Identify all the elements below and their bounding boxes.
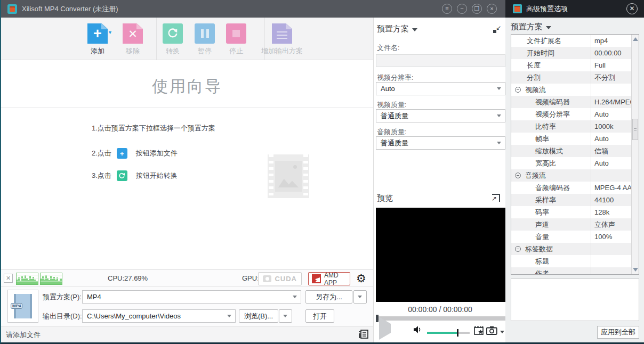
table-row[interactable]: 视频流 bbox=[511, 84, 631, 96]
advanced-preset-header[interactable]: 预置方案 bbox=[511, 22, 551, 32]
snapshot-camera-icon[interactable] bbox=[486, 326, 497, 337]
table-row[interactable]: 帧率 Auto bbox=[511, 133, 631, 145]
advanced-titlebar[interactable]: 高级预置选项 ✕ bbox=[505, 0, 644, 18]
setting-value[interactable]: 44100 bbox=[591, 194, 631, 206]
snapshot-dropdown-caret-icon[interactable] bbox=[500, 331, 504, 333]
table-scrollbar[interactable] bbox=[631, 35, 639, 274]
advanced-settings-table[interactable]: 文件扩展名 mp4 开始时间 00:00:00 长度 Full bbox=[511, 34, 639, 275]
chevron-down-icon[interactable] bbox=[293, 296, 297, 298]
setting-value[interactable] bbox=[591, 255, 631, 267]
table-row[interactable]: 开始时间 00:00:00 bbox=[511, 47, 631, 59]
chevron-down-icon[interactable] bbox=[497, 142, 501, 144]
chevron-down-icon[interactable] bbox=[227, 315, 231, 317]
file-list-icon[interactable] bbox=[359, 330, 368, 340]
setting-value[interactable]: mp4 bbox=[591, 35, 631, 47]
main-titlebar[interactable]: Xilisoft MP4 Converter (未注册) ≡ − ❐ × bbox=[1, 0, 505, 18]
seek-bar[interactable] bbox=[376, 316, 505, 321]
setting-value[interactable] bbox=[591, 243, 631, 255]
browse-button[interactable]: 浏览(B)... bbox=[239, 309, 278, 323]
preset-combobox[interactable]: MP4 bbox=[82, 290, 301, 304]
cuda-toggle-button[interactable]: CUDA bbox=[258, 272, 302, 285]
collapse-section-icon[interactable] bbox=[515, 87, 521, 93]
resolution-combobox[interactable]: Auto bbox=[376, 82, 505, 95]
setting-value[interactable]: 128k bbox=[591, 206, 631, 218]
table-row[interactable]: 文件扩展名 mp4 bbox=[511, 35, 631, 47]
setting-value[interactable]: Auto bbox=[591, 133, 631, 145]
hide-performance-button[interactable]: ✕ bbox=[4, 274, 13, 283]
browse-dropdown-button[interactable] bbox=[279, 309, 292, 323]
collapse-section-icon[interactable] bbox=[515, 246, 521, 252]
chevron-down-icon[interactable] bbox=[497, 114, 501, 117]
table-row[interactable]: 分割 不分割 bbox=[511, 71, 631, 84]
setting-value[interactable]: Auto bbox=[591, 157, 631, 169]
setting-label: 开始时间 bbox=[527, 47, 554, 59]
preset-panel-header[interactable]: 预置方案 bbox=[377, 24, 417, 34]
table-row[interactable]: 音频流 bbox=[511, 169, 631, 182]
table-row[interactable]: 标题 bbox=[511, 255, 631, 267]
filename-input[interactable] bbox=[376, 54, 505, 67]
preset-preview-panel: 预置方案 文件名: 视频分辨率: Auto 视频质量: 普通质量 音频质量: 普… bbox=[373, 18, 506, 342]
open-button[interactable]: 打开 bbox=[305, 309, 334, 323]
amd-app-toggle-button[interactable]: AMD APP bbox=[308, 272, 350, 285]
table-row[interactable]: 视频分辨率 Auto bbox=[511, 108, 631, 120]
table-row[interactable]: 视频编码器 H.264/MPEG bbox=[511, 96, 631, 108]
scroll-down-icon[interactable] bbox=[633, 268, 638, 272]
convert-button[interactable]: 转换 bbox=[156, 23, 190, 56]
collapse-section-icon[interactable] bbox=[515, 173, 521, 178]
minimize-button[interactable]: − bbox=[457, 4, 467, 14]
volume-handle[interactable] bbox=[457, 329, 458, 337]
setting-label: 比特率 bbox=[535, 120, 556, 133]
gear-icon[interactable]: ⚙ bbox=[356, 272, 366, 285]
expand-preview-icon[interactable] bbox=[492, 194, 500, 202]
pause-button[interactable]: 暂停 bbox=[188, 23, 222, 56]
apply-to-all-button[interactable]: 应用到全部 bbox=[597, 326, 639, 339]
setting-value[interactable] bbox=[591, 169, 631, 182]
table-row[interactable]: 码率 128k bbox=[511, 206, 631, 218]
setting-value[interactable]: 00:00:00 bbox=[591, 47, 631, 59]
table-row[interactable]: 标签数据 bbox=[511, 243, 631, 255]
table-row[interactable]: 采样率 44100 bbox=[511, 194, 631, 206]
setting-value[interactable]: 信箱 bbox=[591, 145, 631, 157]
table-row[interactable]: 音量 100% bbox=[511, 231, 631, 243]
setting-value[interactable]: Full bbox=[591, 59, 631, 71]
table-row[interactable]: 作者 bbox=[511, 267, 631, 275]
scrollbar-thumb[interactable] bbox=[632, 119, 638, 140]
audio-quality-combobox[interactable]: 普通质量 bbox=[376, 136, 505, 150]
remove-button[interactable]: ✕ 移除 bbox=[116, 23, 150, 56]
save-as-button[interactable]: 另存为... bbox=[305, 290, 352, 304]
table-row[interactable]: 宽高比 Auto bbox=[511, 157, 631, 169]
setting-value[interactable]: 1000k bbox=[591, 120, 631, 133]
bookmark-frame-icon[interactable] bbox=[474, 326, 484, 337]
setting-value[interactable]: MPEG-4 AAC bbox=[591, 182, 631, 194]
setting-value[interactable] bbox=[591, 267, 631, 275]
video-quality-combobox[interactable]: 普通质量 bbox=[376, 109, 505, 122]
table-row[interactable]: 音频编码器 MPEG-4 AAC bbox=[511, 182, 631, 194]
setting-value[interactable]: Auto bbox=[591, 108, 631, 120]
save-as-dropdown-button[interactable] bbox=[353, 290, 367, 304]
seek-handle[interactable] bbox=[376, 315, 379, 322]
collapse-panel-icon[interactable] bbox=[493, 25, 501, 33]
setting-value[interactable]: 立体声 bbox=[591, 218, 631, 231]
table-row[interactable]: 比特率 1000k bbox=[511, 120, 631, 133]
add-dropdown-caret-icon[interactable]: ▼ bbox=[108, 30, 112, 35]
table-row[interactable]: 长度 Full bbox=[511, 59, 631, 71]
play-button[interactable] bbox=[379, 324, 391, 333]
table-row[interactable]: 声道 立体声 bbox=[511, 218, 631, 231]
volume-icon[interactable] bbox=[413, 325, 423, 336]
menu-button[interactable]: ≡ bbox=[442, 4, 452, 14]
setting-value[interactable] bbox=[591, 84, 631, 96]
maximize-button[interactable]: ❐ bbox=[472, 4, 482, 14]
volume-slider[interactable] bbox=[427, 332, 470, 334]
chevron-down-icon[interactable] bbox=[497, 87, 501, 90]
output-dir-combobox[interactable]: C:\Users\My_computer\Videos bbox=[82, 309, 236, 323]
setting-value[interactable]: H.264/MPEG bbox=[591, 96, 631, 108]
setting-value[interactable]: 100% bbox=[591, 231, 631, 243]
add-button[interactable]: + ▼ 添加 bbox=[80, 23, 115, 56]
close-icon[interactable]: ✕ bbox=[626, 3, 638, 14]
add-profile-button[interactable]: 增加输出方案 bbox=[248, 23, 316, 56]
wizard-step-3: 3.点击 按钮开始转换 bbox=[92, 170, 373, 181]
setting-value[interactable]: 不分割 bbox=[591, 71, 631, 84]
table-row[interactable]: 缩放模式 信箱 bbox=[511, 145, 631, 157]
scroll-up-icon[interactable] bbox=[633, 37, 638, 41]
close-button[interactable]: × bbox=[487, 4, 497, 14]
